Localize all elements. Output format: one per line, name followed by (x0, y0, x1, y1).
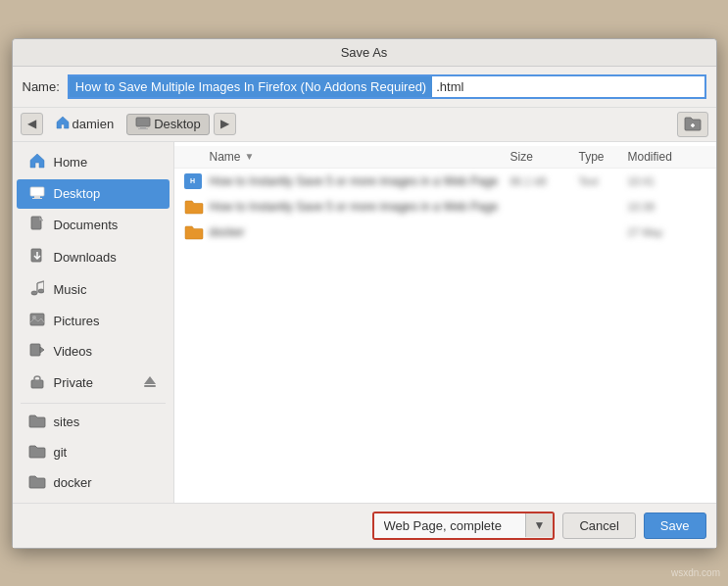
sidebar-videos-label: Videos (54, 344, 93, 359)
sidebar-item-downloads[interactable]: Downloads (17, 242, 170, 273)
svg-marker-22 (144, 376, 156, 384)
file-type-1: Text (579, 175, 628, 187)
documents-icon (28, 216, 46, 235)
sidebar-item-pictures[interactable]: Pictures (17, 307, 170, 336)
file-name-1: How to Instantly Save 5 or more images i… (210, 174, 510, 188)
breadcrumb-damien-label: damien (73, 117, 115, 131)
sidebar-sites-label: sites (54, 415, 80, 429)
docker-folder-icon (28, 474, 46, 492)
svg-rect-7 (32, 198, 42, 199)
watermark: wsxdn.com (671, 567, 720, 578)
svg-point-12 (38, 289, 44, 293)
cancel-button[interactable]: Cancel (562, 513, 635, 539)
save-as-dialog: Save As Name: How to Save Multiple Image… (12, 38, 717, 549)
sidebar-private-label: Private (54, 375, 93, 390)
save-button[interactable]: Save (644, 513, 706, 539)
downloads-icon (28, 248, 46, 268)
home-icon (28, 153, 46, 172)
col-name-header[interactable]: Name ▼ (210, 150, 510, 164)
breadcrumb-desktop[interactable]: Desktop (126, 114, 210, 135)
dialog-footer: Web Page, complete Web Page, HTML Only T… (13, 503, 716, 548)
format-dropdown-arrow-icon[interactable]: ▼ (525, 513, 554, 537)
sidebar-item-desktop[interactable]: Desktop (17, 179, 170, 209)
sidebar-divider (21, 403, 166, 404)
col-modified-header: Modified (628, 150, 706, 164)
music-icon (28, 280, 46, 300)
sidebar-item-sites[interactable]: sites (17, 408, 170, 437)
file-name-2: How to Instantly Save 5 or more images i… (210, 200, 510, 214)
file-list-header: Name ▼ Size Type Modified (174, 146, 716, 169)
col-size-header: Size (510, 150, 579, 164)
format-select-wrapper[interactable]: Web Page, complete Web Page, HTML Only T… (372, 512, 556, 540)
sidebar-music-label: Music (54, 282, 87, 297)
table-row[interactable]: How to Instantly Save 5 or more images i… (174, 194, 716, 220)
svg-point-11 (31, 291, 37, 295)
sidebar-item-docker[interactable]: docker (17, 468, 170, 498)
file-modified-3: 27 May (628, 226, 706, 238)
sidebar-item-home[interactable]: Home (17, 147, 170, 178)
main-area: Home Desktop (13, 142, 716, 503)
nav-bar: ◀ damien Desktop ▶ (13, 108, 716, 142)
svg-rect-18 (30, 344, 40, 356)
sidebar-item-music[interactable]: Music (17, 274, 170, 306)
pictures-icon (28, 313, 46, 330)
html-file-icon: H (184, 173, 204, 189)
svg-line-15 (37, 281, 44, 283)
file-size-1: 86.1 kB (510, 175, 579, 187)
private-icon (28, 373, 46, 393)
svg-rect-23 (144, 385, 156, 387)
sidebar: Home Desktop (13, 142, 174, 503)
sidebar-item-private[interactable]: Private (17, 367, 170, 399)
folder-icon-1 (184, 199, 204, 215)
svg-marker-19 (40, 347, 44, 353)
sidebar-home-label: Home (54, 155, 88, 170)
col-type-header: Type (579, 150, 628, 164)
breadcrumb-desktop-label: Desktop (154, 117, 201, 131)
file-name-3: docker (210, 225, 510, 239)
sidebar-pictures-label: Pictures (54, 314, 100, 328)
dialog-titlebar: Save As (13, 39, 716, 67)
sidebar-git-label: git (54, 445, 68, 460)
sidebar-item-git[interactable]: git (17, 438, 170, 467)
sort-arrow-icon: ▼ (245, 151, 255, 162)
file-modified-1: 10:41 (628, 175, 706, 187)
table-row[interactable]: H How to Instantly Save 5 or more images… (174, 169, 716, 194)
filename-selected-part[interactable]: How to Save Multiple Images In Firefox (… (70, 76, 432, 97)
new-folder-button[interactable] (677, 112, 708, 137)
nav-back-button[interactable]: ◀ (21, 113, 43, 135)
format-select[interactable]: Web Page, complete Web Page, HTML Only T… (374, 513, 525, 538)
svg-rect-5 (30, 187, 44, 196)
filename-suffix: .html (432, 76, 467, 97)
home-icon (56, 116, 70, 132)
svg-rect-1 (140, 126, 146, 128)
svg-rect-21 (34, 376, 40, 381)
videos-icon (28, 343, 46, 361)
sidebar-downloads-label: Downloads (54, 250, 117, 265)
file-modified-2: 10:38 (628, 201, 706, 213)
folder-icon-2 (184, 224, 204, 240)
desktop-icon (28, 185, 46, 203)
breadcrumb-damien[interactable]: damien (47, 113, 123, 135)
file-area: Name ▼ Size Type Modified H How to Insta… (174, 142, 716, 503)
sidebar-docker-label: docker (54, 475, 92, 490)
dialog-title: Save As (341, 45, 388, 60)
sidebar-item-documents[interactable]: Documents (17, 210, 170, 241)
git-folder-icon (28, 444, 46, 462)
eject-icon[interactable] (142, 373, 158, 392)
svg-rect-0 (136, 118, 150, 126)
nav-forward-button[interactable]: ▶ (214, 113, 236, 135)
svg-rect-6 (34, 196, 40, 198)
desktop-icon (135, 117, 151, 132)
name-label: Name: (23, 79, 60, 94)
sites-folder-icon (28, 414, 46, 431)
name-row: Name: How to Save Multiple Images In Fir… (13, 67, 716, 108)
svg-rect-2 (138, 128, 148, 129)
sidebar-item-videos[interactable]: Videos (17, 337, 170, 366)
table-row[interactable]: docker 27 May (174, 220, 716, 245)
sidebar-desktop-label: Desktop (54, 186, 101, 201)
sidebar-documents-label: Documents (54, 218, 119, 232)
